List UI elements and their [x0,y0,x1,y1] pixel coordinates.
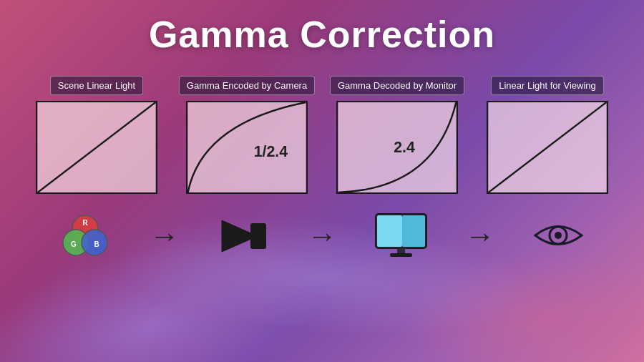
svg-point-22 [555,232,562,239]
stage-label-linear-viewing: Linear Light for Viewing [491,76,604,95]
svg-text:R: R [83,219,89,227]
page-title: Gamma Correction [149,13,495,56]
svg-rect-20 [390,253,412,257]
svg-rect-17 [377,215,402,247]
icon-eye [488,216,630,255]
rgb-circles-icon: R G B [60,212,110,259]
graph-scene-linear [36,101,157,194]
stage-gamma-encoded: Gamma Encoded by Camera 1/2.4 [172,76,322,194]
monitor-icon [374,212,428,259]
svg-text:2.4: 2.4 [394,139,415,156]
graph-gamma-decoded: 2.4 [336,101,458,194]
graph-linear-viewing [487,101,608,194]
main-container: Gamma Correction Scene Linear Light Gamm… [0,0,644,362]
svg-text:1/2.4: 1/2.4 [254,143,288,160]
stage-linear-viewing: Linear Light for Viewing [472,76,623,194]
stage-label-gamma-decoded: Gamma Decoded by Monitor [330,76,464,95]
svg-text:B: B [94,240,99,248]
icon-monitor [330,212,472,259]
svg-rect-2 [188,102,306,192]
stage-label-scene-linear: Scene Linear Light [50,76,143,95]
icon-rgb: R G B [14,212,157,259]
icon-camera [172,215,315,258]
svg-rect-19 [397,248,405,254]
graph-gamma-encoded: 1/2.4 [186,101,308,194]
svg-text:G: G [71,240,77,248]
stage-label-gamma-encoded: Gamma Encoded by Camera [179,76,315,95]
icons-row: R G B → → [14,212,630,259]
eye-icon [532,216,585,255]
stage-scene-linear: Scene Linear Light [21,76,172,194]
svg-rect-15 [250,223,266,249]
stages-row: Scene Linear Light Gamma Encoded by Came… [14,76,630,194]
stage-gamma-decoded: Gamma Decoded by Monitor 2.4 [322,76,472,194]
camera-icon [218,215,268,258]
svg-rect-18 [402,215,425,247]
